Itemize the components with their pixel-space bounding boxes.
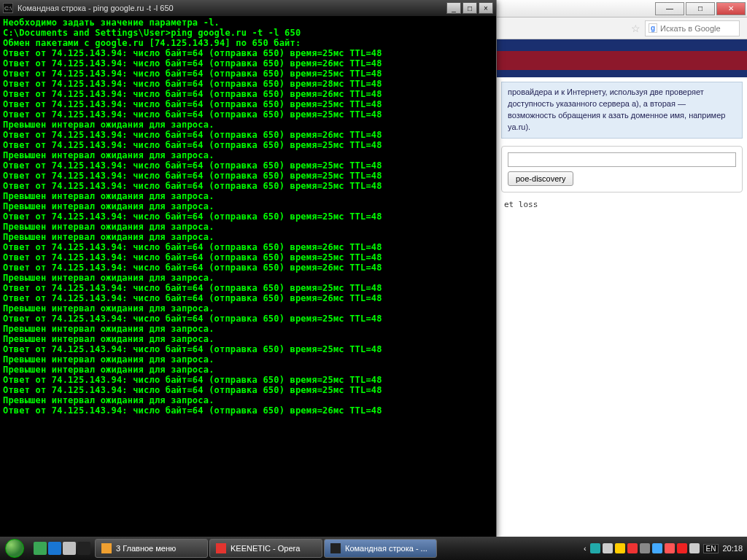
terminal-line: Превышен интервал ожидания для запроса.: [3, 232, 493, 242]
terminal-line: Ответ от 74.125.143.94: число байт=64 (о…: [3, 405, 493, 416]
cmd-titlebar[interactable]: C:\ Командная строка - ping google.ru -t…: [0, 0, 496, 16]
quick-launch-icon[interactable]: [77, 542, 90, 555]
terminal-line: Ответ от 74.125.143.94: число байт=64 (о…: [3, 314, 493, 324]
terminal-line: Ответ от 74.125.143.94: число байт=64 (о…: [3, 109, 493, 120]
info-panel-text: провайдера и к Интернету, используя две …: [508, 88, 725, 131]
tray-icon[interactable]: [615, 543, 625, 553]
page-header-bar: [497, 39, 747, 51]
input-panel: poe-discovery: [501, 146, 743, 192]
terminal-line: Ответ от 74.125.143.94: число байт=64 (о…: [3, 375, 493, 385]
domain-input[interactable]: [508, 152, 736, 167]
terminal-line: Ответ от 74.125.143.94: число байт=64 (о…: [3, 293, 493, 303]
minimize-button[interactable]: _: [446, 2, 461, 14]
close-button[interactable]: ×: [479, 2, 493, 14]
search-placeholder: Искать в Google: [660, 24, 721, 33]
minimize-button[interactable]: —: [655, 2, 684, 15]
taskbar[interactable]: 3 Главное менюKEENETIC - OperaКомандная …: [0, 537, 747, 560]
terminal-line: Ответ от 74.125.143.94: число байт=64 (о…: [3, 69, 493, 79]
windows-orb-icon: [5, 539, 24, 558]
tray-icon[interactable]: [665, 543, 675, 553]
quick-launch: [29, 542, 95, 555]
maximize-button[interactable]: □: [686, 2, 715, 15]
page-divider: [497, 70, 747, 77]
system-tray[interactable]: ‹ EN 20:18: [579, 543, 747, 553]
terminal-line: C:\Documents and Settings\User>ping goog…: [3, 28, 493, 38]
terminal-line: Ответ от 74.125.143.94: число байт=64 (о…: [3, 262, 493, 273]
terminal-line: Превышен интервал ожидания для запроса.: [3, 324, 493, 334]
cmd-icon: C:\: [3, 3, 13, 13]
terminal-line: Ответ от 74.125.143.94: число байт=64 (о…: [3, 79, 493, 89]
terminal-line: Ответ от 74.125.143.94: число байт=64 (о…: [3, 211, 493, 222]
terminal-line: Ответ от 74.125.143.94: число байт=64 (о…: [3, 283, 493, 293]
terminal-line: Ответ от 74.125.143.94: число байт=64 (о…: [3, 89, 493, 99]
terminal-line: Необходимо задать значение параметра -l.: [3, 18, 493, 28]
task-button[interactable]: 3 Главное меню: [95, 539, 208, 558]
terminal-line: Превышен интервал ожидания для запроса.: [3, 150, 493, 160]
terminal-line: Ответ от 74.125.143.94: число байт=64 (о…: [3, 344, 493, 354]
terminal-line: Ответ от 74.125.143.94: число байт=64 (о…: [3, 48, 493, 58]
clock[interactable]: 20:18: [722, 544, 743, 553]
quick-launch-icon[interactable]: [48, 542, 61, 555]
tray-icon[interactable]: [689, 543, 700, 553]
terminal-line: Превышен интервал ожидания для запроса.: [3, 120, 493, 130]
discovery-button[interactable]: poe-discovery: [508, 171, 573, 186]
cmd-title: Командная строка - ping google.ru -t -l …: [18, 4, 174, 12]
cmd-window: C:\ Командная строка - ping google.ru -t…: [0, 0, 496, 538]
browser-titlebar[interactable]: — □ ✕: [497, 0, 747, 18]
task-button[interactable]: Командная строка - ...: [324, 539, 437, 558]
terminal-line: Обмен пакетами с google.ru [74.125.143.9…: [3, 38, 493, 48]
task-button[interactable]: KEENETIC - Opera: [209, 539, 322, 558]
google-g-icon: g: [649, 23, 657, 33]
search-box[interactable]: g Искать в Google: [645, 20, 740, 36]
maximize-button[interactable]: □: [462, 2, 477, 14]
terminal-line: Превышен интервал ожидания для запроса.: [3, 354, 493, 365]
browser-window: — □ ✕ ☆ g Искать в Google провайдера и к…: [496, 0, 747, 537]
tray-icon[interactable]: [652, 543, 662, 553]
bookmark-star-icon[interactable]: ☆: [631, 23, 640, 34]
task-icon: [330, 543, 341, 553]
terminal-line: Превышен интервал ожидания для запроса.: [3, 222, 493, 232]
tray-chevron-icon[interactable]: ‹: [584, 544, 587, 553]
terminal-line: Превышен интервал ожидания для запроса.: [3, 273, 493, 283]
quick-launch-icon[interactable]: [63, 542, 76, 555]
task-icon: [216, 543, 226, 553]
tray-icon[interactable]: [603, 543, 613, 553]
task-buttons: 3 Главное менюKEENETIC - OperaКомандная …: [95, 538, 579, 559]
page-accent-bar: [497, 51, 747, 70]
terminal-line: Превышен интервал ожидания для запроса.: [3, 191, 493, 201]
close-button[interactable]: ✕: [716, 2, 746, 15]
terminal-line: Ответ от 74.125.143.94: число байт=64 (о…: [3, 252, 493, 262]
terminal-line: Превышен интервал ожидания для запроса.: [3, 365, 493, 375]
task-icon: [101, 543, 112, 553]
start-button[interactable]: [0, 537, 29, 560]
tray-icon[interactable]: [677, 543, 687, 553]
output-snippet: et loss: [504, 200, 740, 209]
quick-launch-icon[interactable]: [34, 542, 47, 555]
tray-icon[interactable]: [640, 543, 650, 553]
terminal-line: Превышен интервал ожидания для запроса.: [3, 395, 493, 405]
terminal-line: Ответ от 74.125.143.94: число байт=64 (о…: [3, 160, 493, 171]
terminal-line: Ответ от 74.125.143.94: число байт=64 (о…: [3, 242, 493, 252]
info-panel: провайдера и к Интернету, используя две …: [501, 82, 743, 139]
language-indicator[interactable]: EN: [703, 544, 719, 553]
task-label: KEENETIC - Opera: [231, 544, 300, 553]
terminal-line: Ответ от 74.125.143.94: число байт=64 (о…: [3, 130, 493, 140]
terminal-line: Превышен интервал ожидания для запроса.: [3, 303, 493, 314]
terminal-line: Ответ от 74.125.143.94: число байт=64 (о…: [3, 99, 493, 109]
terminal-line: Ответ от 74.125.143.94: число байт=64 (о…: [3, 58, 493, 69]
terminal-output[interactable]: Необходимо задать значение параметра -l.…: [0, 16, 496, 538]
terminal-line: Превышен интервал ожидания для запроса.: [3, 334, 493, 344]
task-label: Командная строка - ...: [345, 544, 427, 553]
tray-icon[interactable]: [627, 543, 638, 553]
terminal-line: Ответ от 74.125.143.94: число байт=64 (о…: [3, 385, 493, 395]
terminal-line: Ответ от 74.125.143.94: число байт=64 (о…: [3, 181, 493, 191]
terminal-line: Ответ от 74.125.143.94: число байт=64 (о…: [3, 140, 493, 150]
tray-icon[interactable]: [590, 543, 600, 553]
browser-toolbar: ☆ g Искать в Google: [497, 18, 747, 39]
terminal-line: Ответ от 74.125.143.94: число байт=64 (о…: [3, 171, 493, 181]
task-label: 3 Главное меню: [116, 544, 176, 553]
terminal-line: Превышен интервал ожидания для запроса.: [3, 201, 493, 211]
